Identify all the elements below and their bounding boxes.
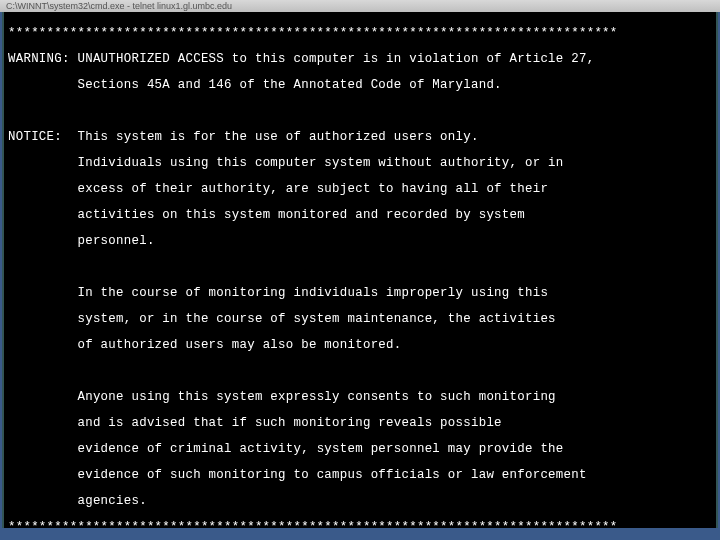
text: excess of their authority, are subject t… bbox=[77, 182, 548, 196]
notice-p1-l1: NOTICE: This system is for the use of au… bbox=[8, 131, 712, 144]
text: evidence of criminal activity, system pe… bbox=[77, 442, 563, 456]
warning-line-1: WARNING: UNAUTHORIZED ACCESS to this com… bbox=[8, 53, 712, 66]
notice-p2-l1: In the course of monitoring individuals … bbox=[8, 287, 712, 300]
text: Anyone using this system expressly conse… bbox=[77, 390, 555, 404]
notice-p2-l3: of authorized users may also be monitore… bbox=[8, 339, 712, 352]
notice-p3-l2: and is advised that if such monitoring r… bbox=[8, 417, 712, 430]
text: personnel. bbox=[77, 234, 154, 248]
notice-p3-l5: agencies. bbox=[8, 495, 712, 508]
text: of authorized users may also be monitore… bbox=[77, 338, 401, 352]
text: evidence of such monitoring to campus of… bbox=[77, 468, 586, 482]
notice-p3-l1: Anyone using this system expressly conse… bbox=[8, 391, 712, 404]
terminal-output[interactable]: ****************************************… bbox=[4, 12, 716, 528]
text: Sections 45A and 146 of the Annotated Co… bbox=[77, 78, 501, 92]
warning-label: WARNING: bbox=[8, 52, 70, 66]
terminal-frame: ****************************************… bbox=[2, 12, 718, 528]
notice-p1-l3: excess of their authority, are subject t… bbox=[8, 183, 712, 196]
text: In the course of monitoring individuals … bbox=[77, 286, 548, 300]
notice-p2-l2: system, or in the course of system maint… bbox=[8, 313, 712, 326]
warning-line-2: Sections 45A and 146 of the Annotated Co… bbox=[8, 79, 712, 92]
text: UNAUTHORIZED ACCESS to this computer is … bbox=[77, 52, 594, 66]
divider: ****************************************… bbox=[8, 27, 712, 40]
text: and is advised that if such monitoring r… bbox=[77, 416, 501, 430]
text: Individuals using this computer system w… bbox=[77, 156, 563, 170]
notice-p1-l2: Individuals using this computer system w… bbox=[8, 157, 712, 170]
blank bbox=[8, 261, 712, 274]
terminal-window: C:\WINNT\system32\cmd.exe - telnet linux… bbox=[0, 0, 720, 540]
blank bbox=[8, 105, 712, 118]
notice-label: NOTICE: bbox=[8, 130, 62, 144]
text: agencies. bbox=[77, 494, 146, 508]
text: activities on this system monitored and … bbox=[77, 208, 525, 222]
notice-p1-l4: activities on this system monitored and … bbox=[8, 209, 712, 222]
notice-p3-l3: evidence of criminal activity, system pe… bbox=[8, 443, 712, 456]
blank bbox=[8, 365, 712, 378]
text: This system is for the use of authorized… bbox=[77, 130, 478, 144]
text: system, or in the course of system maint… bbox=[77, 312, 555, 326]
slide-footer bbox=[0, 530, 720, 540]
notice-p1-l5: personnel. bbox=[8, 235, 712, 248]
notice-p3-l4: evidence of such monitoring to campus of… bbox=[8, 469, 712, 482]
title-bar: C:\WINNT\system32\cmd.exe - telnet linux… bbox=[0, 0, 720, 12]
